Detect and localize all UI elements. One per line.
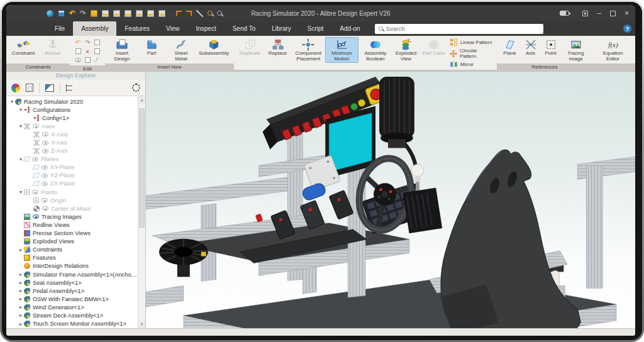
scroll-down-arrow[interactable]: ▾ bbox=[138, 321, 145, 328]
edit-duplicate-icon[interactable] bbox=[75, 48, 81, 54]
equation-editor-button[interactable]: f(x) Equation Editor bbox=[596, 37, 631, 63]
document-icon-1[interactable] bbox=[102, 10, 109, 17]
replace-button[interactable]: Replace bbox=[264, 37, 291, 58]
scrollbar-thumb[interactable] bbox=[139, 108, 145, 228]
minimum-motion-button[interactable]: Minimum Motion bbox=[325, 37, 358, 63]
document-icon-5[interactable] bbox=[147, 10, 154, 17]
scroll-up-arrow[interactable]: ▴ bbox=[138, 96, 145, 104]
part-button[interactable]: Part bbox=[137, 37, 166, 58]
tree-item-wind-generator[interactable]: ▸Wind Generator<1> bbox=[6, 303, 138, 311]
tree-item-exploded-views[interactable]: Exploded Views bbox=[6, 238, 138, 246]
component-placement-button[interactable]: Component Placement bbox=[292, 37, 325, 63]
constraint-button[interactable]: Constraint bbox=[9, 37, 38, 58]
tree-scrollbar[interactable]: ▴ ▾ bbox=[138, 96, 145, 328]
tab-inspect[interactable]: Inspect bbox=[187, 21, 224, 36]
linear-pattern-button[interactable]: Linear Pattern bbox=[450, 38, 492, 47]
document-icon-6[interactable] bbox=[158, 10, 165, 17]
help-button[interactable]: ? bbox=[623, 25, 631, 33]
duplicate-button[interactable]: Duplicate bbox=[236, 37, 264, 58]
assembly-boolean-button[interactable]: Assembly Boolean bbox=[359, 37, 392, 63]
edit-trim-icon[interactable]: ⁄ bbox=[96, 57, 97, 63]
battery-chevron-icon[interactable]: ˎ bbox=[572, 11, 574, 16]
zoom-icon[interactable] bbox=[217, 11, 222, 16]
tree-item-osw-with-fanatec-bmw[interactable]: ▸OSW With Fanatec BMW<1> bbox=[6, 295, 138, 303]
tab-script[interactable]: Script bbox=[299, 21, 332, 36]
tab-assembly[interactable]: Assembly bbox=[73, 21, 116, 36]
annotate-pen-icon[interactable] bbox=[196, 10, 203, 17]
tree-item-z-axis[interactable]: Z-Axis bbox=[6, 147, 138, 155]
tree-item-precise-section-views[interactable]: Precise Section Views bbox=[6, 229, 138, 238]
tab-features[interactable]: Features bbox=[116, 21, 157, 36]
tree-item-origin[interactable]: Origin bbox=[6, 196, 138, 204]
edit-undo-icon[interactable]: ↶ bbox=[75, 40, 80, 46]
tree-item-interdesign-relations[interactable]: InterDesign Relations bbox=[6, 262, 138, 270]
edit-copy-icon[interactable] bbox=[94, 40, 100, 45]
viewport-3d[interactable] bbox=[146, 72, 635, 328]
workspace-icon[interactable] bbox=[47, 10, 53, 17]
search-input[interactable] bbox=[386, 25, 540, 32]
anchor-button[interactable]: Anchor bbox=[38, 37, 67, 58]
redo-icon[interactable]: ↷ bbox=[80, 10, 86, 17]
tree-item-points[interactable]: ▾Points bbox=[6, 188, 138, 196]
exploded-view-button[interactable]: Exploded View bbox=[392, 37, 419, 63]
plane-button[interactable]: Plane bbox=[499, 37, 521, 58]
yellow-button[interactable] bbox=[358, 99, 365, 106]
display-icon[interactable] bbox=[582, 11, 588, 16]
tab-add-on[interactable]: Add-on bbox=[331, 21, 368, 36]
part-color-button[interactable]: Part Color bbox=[420, 37, 447, 58]
tree-item-features[interactable]: Features bbox=[6, 254, 138, 262]
mirror-button[interactable]: Mirror bbox=[450, 60, 492, 69]
edit-paste-icon[interactable] bbox=[94, 48, 100, 54]
edit-delete-icon[interactable]: × bbox=[86, 48, 89, 55]
zoom-in-icon[interactable] bbox=[208, 11, 213, 16]
circular-pattern-button[interactable]: Circular Pattern bbox=[450, 48, 492, 59]
edit-select-icon[interactable] bbox=[85, 57, 91, 63]
tree-item-pedal-assembly[interactable]: ▸Pedal Assembly<1> bbox=[6, 287, 138, 295]
open-folder-icon[interactable] bbox=[91, 10, 97, 17]
edit-show-hide-icon[interactable] bbox=[75, 58, 81, 62]
settings-gear-icon[interactable] bbox=[132, 84, 140, 92]
tab-file[interactable]: File bbox=[47, 21, 73, 36]
save-icon[interactable] bbox=[58, 10, 65, 17]
tracing-image-button[interactable]: Tracing Image bbox=[562, 37, 591, 63]
tree-item-planes[interactable]: ▾Planes bbox=[6, 155, 138, 163]
minimize-button[interactable]: – bbox=[597, 9, 601, 17]
tab-library[interactable]: Library bbox=[264, 21, 299, 36]
tab-view[interactable]: View bbox=[158, 21, 188, 36]
redline-corner-left-icon[interactable] bbox=[176, 11, 182, 16]
tree-item-y-axis[interactable]: Y-Axis bbox=[6, 138, 138, 146]
tree-item-stream-deck-assembly[interactable]: ▸Stream Deck Assembly<1> bbox=[6, 311, 138, 319]
document-icon-4[interactable] bbox=[136, 10, 143, 17]
axis-button[interactable]: Axis bbox=[521, 37, 540, 58]
display-mode-icon[interactable] bbox=[45, 84, 54, 92]
subassembly-button[interactable]: Subassembly bbox=[196, 37, 231, 58]
sheet-metal-button[interactable]: Sheet Metal bbox=[167, 37, 196, 63]
undo-icon[interactable]: ↶ bbox=[69, 10, 75, 17]
tab-send-to[interactable]: Send To bbox=[225, 21, 264, 36]
document-icon-3[interactable] bbox=[125, 10, 131, 17]
tree-item-seat-assembly[interactable]: ▸Seat Assembly<1> bbox=[6, 279, 138, 287]
tree-item-root[interactable]: ▾Racing Simulator 2020 bbox=[6, 97, 138, 106]
tree-item-touch-screen-monitor-assembly[interactable]: ▸Touch Screen Monitor Assembly<1> bbox=[6, 320, 138, 328]
tree-item-yz-plane[interactable]: YZ-Plane bbox=[6, 172, 138, 180]
document-icon-2[interactable] bbox=[113, 10, 120, 17]
tree-item-redline-views[interactable]: Redline Views bbox=[6, 221, 138, 229]
tree-item-config[interactable]: Config<1> bbox=[6, 114, 138, 122]
tree-item-xy-plane[interactable]: XY-Plane bbox=[6, 163, 138, 172]
close-button[interactable]: × bbox=[625, 9, 629, 17]
global-parameters-button[interactable]: f(x) Global Parameters bbox=[631, 37, 635, 63]
color-wheel-icon[interactable] bbox=[11, 84, 20, 92]
tree-item-constraints[interactable]: ▸Constraints bbox=[6, 246, 138, 254]
tree-item-axes[interactable]: ▾Axes bbox=[6, 122, 138, 130]
tree-item-zx-plane[interactable]: ZX-Plane bbox=[6, 180, 138, 188]
tree-item-x-axis[interactable]: X-Axis bbox=[6, 130, 138, 138]
edit-redo-icon[interactable]: ↷ bbox=[85, 40, 90, 46]
insert-design-button[interactable]: Insert Design bbox=[108, 37, 136, 63]
green-button[interactable] bbox=[351, 103, 358, 110]
search-box[interactable] bbox=[375, 24, 543, 34]
document-properties-icon[interactable] bbox=[26, 84, 33, 92]
redline-corner-right-icon[interactable] bbox=[186, 11, 192, 16]
structure-view-icon[interactable] bbox=[66, 84, 74, 92]
tree-item-center-of-mass[interactable]: Center of Mass bbox=[6, 204, 138, 212]
tree-item-simulator-frame-assembly[interactable]: ▸Simulator Frame Assembly<1>(Anchored) bbox=[6, 270, 138, 279]
